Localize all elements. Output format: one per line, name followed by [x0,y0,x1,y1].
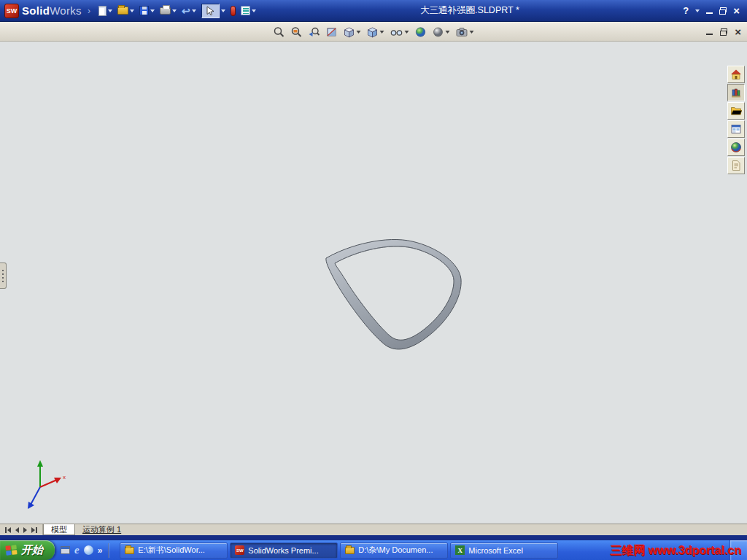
glasses-icon [390,26,403,38]
taskbar-button-explorer-2[interactable]: D:\杂\My Documen... [340,542,448,559]
home-icon [730,69,742,80]
minimize-button[interactable] [706,7,713,14]
undo-button[interactable]: ↩ [181,4,197,18]
taskbar-button-explorer-1[interactable]: E:\新书\SolidWor... [120,542,228,559]
menu-expand-icon[interactable]: › [88,6,90,16]
excel-icon: X [455,545,465,555]
selection-filter-button[interactable] [230,4,236,18]
open-button[interactable] [117,5,135,16]
close-button[interactable]: × [733,5,740,16]
tab-model[interactable]: 模型 [43,524,75,535]
titlebar: SW SolidWorks › ↩ 大三通补强圈.SLDPRT * ? × [0,0,747,22]
quick-launch-more-icon[interactable]: » [98,545,103,556]
print-button[interactable] [159,6,177,16]
undo-icon: ↩ [182,6,190,16]
chevron-down-icon[interactable] [172,9,177,12]
tab-previous-button[interactable] [15,527,20,533]
design-library-button[interactable] [727,84,745,101]
file-explorer-button[interactable] [727,102,745,120]
selection-filter-icon [231,6,236,16]
folder-icon [345,547,355,554]
save-button[interactable] [139,4,155,17]
folder-icon [730,105,742,117]
graphics-viewport[interactable]: x [0,42,747,524]
document-title: 大三通补强圈.SLDPRT * [257,4,684,17]
watermark-text: 三维网 www.3dportal.cn [610,543,741,559]
cursor-arrow-icon [206,6,214,15]
custom-properties-button[interactable] [727,157,745,174]
chevron-down-icon[interactable] [357,31,361,34]
internet-explorer-icon[interactable]: e [74,545,80,556]
display-style-button[interactable] [367,26,384,38]
tab-first-button[interactable] [4,527,12,533]
view-toolbar [274,22,474,42]
view-settings-button[interactable] [456,26,474,38]
cube-icon [344,26,355,38]
library-books-icon [730,87,742,98]
windows-flag-icon [5,545,17,555]
taskbar-button-excel[interactable]: X Microsoft Excel [450,542,558,559]
folder-icon [125,547,134,554]
brand: SW SolidWorks › [4,4,93,18]
start-button[interactable]: 开始 [0,540,55,560]
messenger-icon[interactable] [84,545,93,555]
scene-sphere-icon [433,26,444,38]
featuremanager-collapse-handle[interactable] [0,262,7,289]
chevron-down-icon[interactable] [130,9,134,12]
view-toolbar-row: × [0,22,747,42]
solidworks-window: SW SolidWorks › ↩ 大三通补强圈.SLDPRT * ? × [0,0,747,560]
chevron-down-icon[interactable] [108,9,112,12]
appearances-sphere-icon [730,141,742,153]
x-axis-label: x [63,474,66,481]
palette-window-icon [730,123,742,135]
help-chevron-icon[interactable] [695,9,700,12]
section-view-icon [326,26,338,38]
restore-button[interactable] [719,7,727,15]
start-label: 开始 [21,543,43,557]
section-view-button[interactable] [326,26,338,38]
status-strip [0,535,747,540]
edit-appearance-button[interactable] [415,26,427,38]
chevron-down-icon[interactable] [470,31,474,34]
chevron-down-icon[interactable] [380,31,384,34]
hide-show-items-button[interactable] [390,26,409,38]
list-icon [241,6,250,15]
options-list-button[interactable] [240,4,257,17]
zoom-to-area-button[interactable] [291,26,303,38]
tab-last-button[interactable] [31,527,38,533]
grip-dots-icon [2,270,4,271]
doc-restore-button[interactable] [720,28,727,36]
view-palette-button[interactable] [727,120,745,138]
select-tool-button[interactable] [201,2,226,20]
solidworks-logo-icon: SW [4,4,19,18]
part-model[interactable] [310,234,471,359]
chevron-down-icon[interactable] [405,31,409,34]
tab-motion-study[interactable]: 运动算例 1 [75,524,128,535]
coordinate-triad: x [20,456,67,512]
shaded-cube-icon [367,26,379,38]
previous-view-button[interactable] [309,26,320,38]
tab-navigation [0,524,43,535]
new-document-button[interactable] [98,4,113,18]
view-orientation-button[interactable] [344,26,361,38]
taskbar-button-solidworks[interactable]: SW SolidWorks Premi... [230,542,338,559]
chevron-down-icon[interactable] [252,9,256,12]
show-desktop-icon[interactable] [61,546,70,554]
select-cursor-box [201,4,220,18]
zoom-to-fit-button[interactable] [274,26,285,38]
print-icon [160,7,171,15]
magnifier-area-icon [291,26,303,38]
doc-minimize-button[interactable] [706,28,713,35]
tab-next-button[interactable] [23,527,28,533]
help-button[interactable]: ? [683,5,689,16]
document-properties-icon [730,160,742,171]
chevron-down-icon[interactable] [150,9,155,12]
document-window-controls: × [706,22,741,42]
chevron-down-icon[interactable] [221,9,225,12]
apply-scene-button[interactable] [433,26,450,38]
solidworks-resources-button[interactable] [727,66,745,83]
appearances-button[interactable] [727,139,745,156]
doc-close-button[interactable]: × [735,26,741,37]
chevron-down-icon[interactable] [192,9,196,12]
chevron-down-icon[interactable] [446,31,450,34]
